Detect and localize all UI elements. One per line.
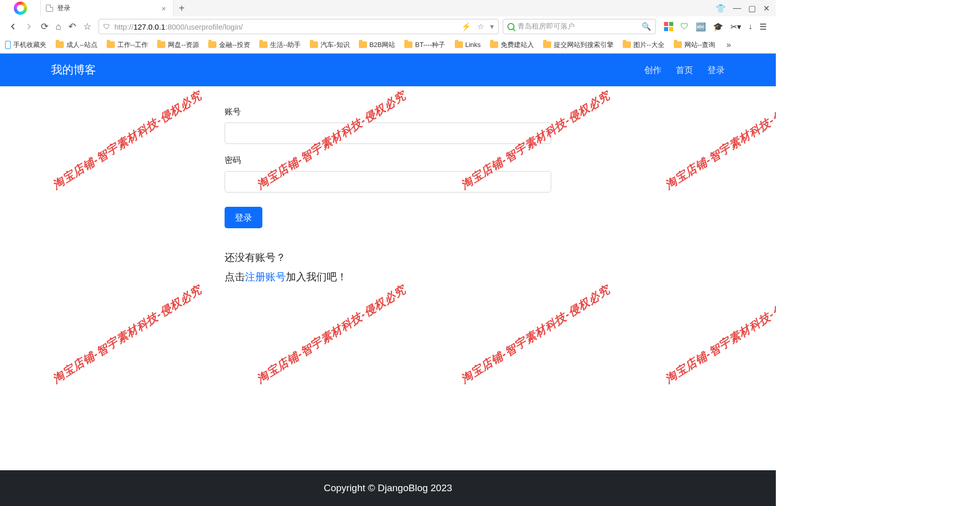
bookmarks-bar: 手机收藏夹成人--站点工作--工作网盘--资源金融--投资生活--助手汽车-知识…: [0, 37, 776, 53]
folder-icon: [208, 41, 216, 48]
tab-bar: 登录 × + 👕 — ▢ ✕: [0, 0, 776, 16]
click-prefix: 点击: [225, 271, 245, 282]
signup-prompt: 还没有账号？ 点击注册账号加入我们吧！: [225, 248, 551, 286]
folder-icon: [543, 41, 551, 48]
bookmark-item[interactable]: 网站--查询: [674, 40, 716, 50]
browser-chrome: 登录 × + 👕 — ▢ ✕ ⟳ ⌂ ↶ ☆ 🛡 http:/: [0, 0, 776, 54]
bookmark-item[interactable]: 提交网站到搜索引擎: [543, 40, 614, 50]
watermark-text: 淘宝店铺-智宇素材科技-侵权必究: [254, 282, 409, 387]
favorite-icon[interactable]: ☆: [477, 22, 484, 31]
nav-create[interactable]: 创作: [644, 64, 662, 76]
bookmark-item[interactable]: BT----种子: [404, 40, 445, 50]
dropdown-icon[interactable]: ▾: [490, 22, 494, 31]
file-icon: [46, 5, 53, 12]
folder-icon: [107, 41, 115, 48]
watermark-text: 淘宝店铺-智宇素材科技-侵权必究: [50, 282, 205, 387]
bookmark-label: 提交网站到搜索引擎: [554, 40, 614, 50]
nav-buttons: ⟳ ⌂ ↶ ☆: [5, 21, 94, 32]
nav-home[interactable]: 首页: [676, 64, 693, 76]
bookmark-item[interactable]: 网盘--资源: [157, 40, 199, 50]
search-engine-icon: [507, 23, 514, 30]
phone-icon: [5, 41, 11, 49]
apps-icon[interactable]: [664, 22, 673, 31]
search-box[interactable]: 青岛租房即可落户 🔍: [503, 19, 656, 34]
watermark-text: 淘宝店铺-智宇素材科技-侵权必究: [663, 282, 776, 387]
bookmark-label: 工作--工作: [117, 40, 149, 50]
folder-icon: [455, 41, 463, 48]
maximize-button[interactable]: ▢: [748, 4, 756, 13]
folder-icon: [259, 41, 267, 48]
nav-login[interactable]: 登录: [707, 64, 725, 76]
forward-button[interactable]: [24, 22, 34, 31]
page-body: 我的博客 创作 首页 登录 账号 密码 登录 还没有账号？ 点击注册账号加入我们…: [0, 54, 776, 286]
bookmark-label: B2B网站: [370, 40, 396, 50]
star-bookmark-button[interactable]: ☆: [83, 21, 91, 32]
bookmark-item[interactable]: 图片--大全: [623, 40, 665, 50]
toolbar-right-icons: 🛡 🔤 🎓 ✂▾ ↓ ☰: [660, 22, 771, 32]
browser-logo-area[interactable]: [0, 0, 41, 16]
password-input[interactable]: [225, 171, 551, 192]
bookmark-label: 图片--大全: [633, 40, 665, 50]
bookmark-label: 汽车-知识: [321, 40, 349, 50]
bookmark-label: BT----种子: [415, 40, 445, 50]
url-text: http://127.0.0.1:8000/userprofile/login/: [114, 22, 457, 31]
browser-tab[interactable]: 登录 ×: [41, 0, 174, 16]
site-brand[interactable]: 我的博客: [51, 62, 96, 78]
bookmark-item[interactable]: Links: [455, 41, 481, 49]
bookmark-item[interactable]: B2B网站: [359, 40, 396, 50]
shield-icon: 🛡: [103, 22, 110, 31]
skin-icon[interactable]: 👕: [716, 4, 726, 13]
browser-logo-icon: [14, 2, 27, 15]
bookmark-label: 成人--站点: [66, 40, 97, 50]
bookmark-label: 生活--助手: [270, 40, 301, 50]
bookmark-item[interactable]: 生活--助手: [259, 40, 301, 50]
url-bar[interactable]: 🛡 http://127.0.0.1:8000/userprofile/logi…: [99, 19, 499, 34]
login-button[interactable]: 登录: [225, 207, 262, 228]
download-icon[interactable]: ↓: [748, 22, 752, 31]
bookmark-label: 手机收藏夹: [13, 40, 46, 50]
minimize-button[interactable]: —: [733, 4, 741, 13]
no-account-text: 还没有账号？: [225, 248, 551, 267]
bookmark-label: 免费建站入: [501, 40, 534, 50]
translate-icon[interactable]: 🔤: [696, 22, 706, 32]
close-button[interactable]: ✕: [763, 4, 770, 13]
undo-button[interactable]: ↶: [68, 21, 76, 32]
bookmark-label: 网盘--资源: [168, 40, 199, 50]
search-icon[interactable]: 🔍: [642, 22, 651, 31]
home-button[interactable]: ⌂: [56, 21, 61, 32]
graduation-icon[interactable]: 🎓: [713, 22, 723, 32]
new-tab-button[interactable]: +: [174, 0, 190, 16]
click-suffix: 加入我们吧！: [286, 271, 347, 282]
bookmark-item[interactable]: 成人--站点: [56, 40, 97, 50]
tab-close-button[interactable]: ×: [159, 4, 168, 13]
watermark-text: 淘宝店铺-智宇素材科技-侵权必究: [458, 282, 613, 387]
bookmark-item[interactable]: 金融--投资: [208, 40, 250, 50]
login-form: 账号 密码 登录 还没有账号？ 点击注册账号加入我们吧！: [225, 107, 551, 286]
bookmark-item[interactable]: 手机收藏夹: [5, 40, 46, 50]
browser-toolbar: ⟳ ⌂ ↶ ☆ 🛡 http://127.0.0.1:8000/userprof…: [0, 16, 776, 37]
bookmark-label: 网站--查询: [684, 40, 716, 50]
folder-icon: [157, 41, 165, 48]
flash-icon[interactable]: ⚡: [461, 22, 471, 31]
site-header: 我的博客 创作 首页 登录: [0, 54, 776, 86]
bookmark-item[interactable]: 免费建站入: [490, 40, 534, 50]
username-label: 账号: [225, 107, 551, 117]
menu-icon[interactable]: ☰: [760, 22, 767, 32]
shield-check-icon[interactable]: 🛡: [680, 22, 689, 31]
footer-text: Copyright © DjangoBlog 2023: [324, 483, 452, 494]
back-button[interactable]: [8, 22, 17, 31]
bookmark-item[interactable]: 汽车-知识: [310, 40, 349, 50]
site-nav: 创作 首页 登录: [644, 64, 725, 76]
register-link[interactable]: 注册账号: [245, 271, 286, 282]
folder-icon: [359, 41, 367, 48]
username-input[interactable]: [225, 123, 551, 144]
folder-icon: [310, 41, 318, 48]
reload-button[interactable]: ⟳: [41, 21, 48, 32]
site-footer: Copyright © DjangoBlog 2023: [0, 470, 776, 506]
scissors-icon[interactable]: ✂▾: [730, 22, 741, 32]
window-controls: 👕 — ▢ ✕: [709, 4, 776, 13]
bookmarks-more-button[interactable]: »: [724, 40, 733, 50]
tab-title: 登录: [57, 4, 155, 13]
bookmark-item[interactable]: 工作--工作: [107, 40, 149, 50]
folder-icon: [674, 41, 682, 48]
